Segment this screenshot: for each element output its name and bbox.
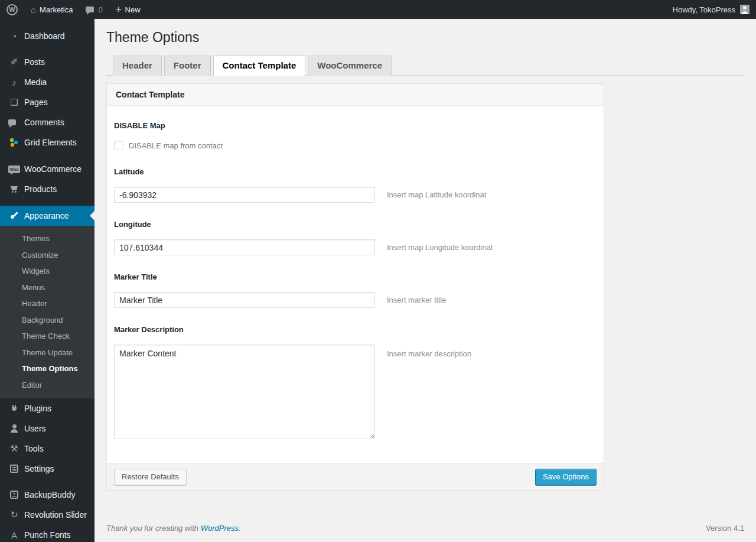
sidebar-item-plugins[interactable]: Plugins bbox=[0, 398, 94, 418]
sidebar-item-label: Dashboard bbox=[24, 31, 65, 41]
content-area: Theme Options Header Footer Contact Temp… bbox=[94, 19, 756, 542]
longitude-input[interactable] bbox=[114, 239, 375, 255]
sidebar-item-comments[interactable]: Comments bbox=[0, 112, 94, 132]
sidebar-item-grid-elements[interactable]: Grid Elements bbox=[0, 132, 94, 152]
submenu-item-theme-options[interactable]: Theme Options bbox=[0, 361, 94, 377]
submenu-item-customize[interactable]: Customize bbox=[0, 247, 94, 264]
sidebar-item-label: Comments bbox=[24, 118, 64, 127]
paintbrush-icon bbox=[8, 211, 20, 220]
sidebar-item-settings[interactable]: Settings bbox=[0, 459, 94, 479]
backup-icon bbox=[8, 491, 20, 499]
panel-body: DISABLE Map DISABLE map from contact Lat… bbox=[107, 106, 604, 463]
disable-map-checkbox[interactable] bbox=[114, 141, 123, 150]
wordpress-link[interactable]: WordPress bbox=[201, 524, 239, 533]
input-row: Insert marker title bbox=[114, 292, 597, 308]
field-label: Marker Description bbox=[114, 325, 597, 335]
version-label: Version 4.1 bbox=[706, 524, 744, 533]
refresh-icon: ↻ bbox=[8, 509, 20, 520]
sidebar-item-punch-fonts[interactable]: A Punch Fonts bbox=[0, 525, 94, 542]
field-label: DISABLE Map bbox=[114, 121, 597, 131]
tools-icon: ⚒ bbox=[8, 443, 20, 454]
thanks-text: Thank you for creating with bbox=[106, 524, 201, 533]
new-label: New bbox=[125, 5, 141, 14]
letter-a-icon: A bbox=[8, 530, 20, 540]
admin-bar-comments-link[interactable]: 0 bbox=[79, 0, 109, 19]
sidebar-item-tools[interactable]: ⚒ Tools bbox=[0, 439, 94, 459]
submenu-item-widgets[interactable]: Widgets bbox=[0, 263, 94, 280]
avatar bbox=[740, 5, 750, 14]
save-options-button[interactable]: Save Options bbox=[535, 469, 597, 485]
admin-bar-right: Howdy, TokoPress bbox=[666, 0, 756, 19]
latitude-input[interactable] bbox=[114, 187, 375, 203]
field-description: Insert marker title bbox=[387, 296, 446, 305]
submenu-item-theme-check[interactable]: Theme Check bbox=[0, 328, 94, 345]
field-label: Longitude bbox=[114, 220, 597, 229]
sidebar-item-dashboard[interactable]: ◔ Dashboard bbox=[0, 26, 94, 46]
submenu-item-editor[interactable]: Editor bbox=[0, 377, 94, 394]
wp-logo-menu[interactable]: W bbox=[0, 0, 24, 19]
field-disable-map: DISABLE Map DISABLE map from contact bbox=[114, 121, 597, 150]
grid-elements-icon bbox=[8, 138, 20, 147]
tab-footer[interactable]: Footer bbox=[164, 56, 211, 76]
input-row: Insert map Longitude koordinat bbox=[114, 239, 597, 255]
sidebar-item-revolution-slider[interactable]: ↻ Revolution Slider bbox=[0, 505, 94, 525]
admin-footer: Thank you for creating with WordPress. V… bbox=[106, 524, 744, 533]
sidebar-item-label: Media bbox=[24, 77, 47, 87]
input-row: Insert map Latitude koordinat bbox=[114, 187, 597, 203]
restore-defaults-button[interactable]: Restore Defaults bbox=[114, 469, 187, 485]
sidebar-item-label: Plugins bbox=[24, 404, 51, 413]
field-latitude: Latitude Insert map Latitude koordinat bbox=[114, 167, 597, 203]
sidebar-item-label: Users bbox=[24, 424, 46, 433]
marker-title-input[interactable] bbox=[114, 292, 375, 308]
field-marker-description: Marker Description Marker Content Insert… bbox=[114, 325, 597, 439]
tab-header[interactable]: Header bbox=[113, 56, 162, 76]
comments-icon bbox=[8, 119, 20, 125]
sidebar-item-appearance[interactable]: Appearance bbox=[0, 206, 94, 226]
submenu-item-header[interactable]: Header bbox=[0, 296, 94, 312]
settings-sliders-icon bbox=[8, 465, 20, 473]
field-label: Marker Title bbox=[114, 272, 597, 282]
site-name-label: Marketica bbox=[40, 5, 73, 14]
field-marker-title: Marker Title Insert marker title bbox=[114, 272, 597, 308]
sidebar-item-pages[interactable]: ❏ Pages bbox=[0, 92, 94, 112]
account-menu[interactable]: Howdy, TokoPress bbox=[666, 0, 756, 19]
sidebar-item-label: Posts bbox=[24, 57, 45, 67]
person-icon bbox=[8, 424, 20, 433]
sidebar-item-label: Tools bbox=[24, 444, 44, 453]
tab-bar: Header Footer Contact Template WooCommer… bbox=[106, 56, 744, 76]
admin-sidebar: ◔ Dashboard ✐ Posts ♪ Media ❏ Pages Comm… bbox=[0, 19, 94, 542]
menu-separator bbox=[0, 199, 94, 206]
sidebar-item-label: Punch Fonts bbox=[24, 530, 71, 540]
sidebar-item-posts[interactable]: ✐ Posts bbox=[0, 52, 94, 72]
menu-separator bbox=[0, 479, 94, 485]
menu-separator bbox=[0, 152, 94, 159]
submenu-item-menus[interactable]: Menus bbox=[0, 280, 94, 296]
field-label: Latitude bbox=[114, 167, 597, 177]
comment-bubble-icon bbox=[86, 7, 94, 12]
thanks-period: . bbox=[239, 524, 241, 533]
submenu-item-themes[interactable]: Themes bbox=[0, 231, 94, 247]
home-icon: ⌂ bbox=[31, 5, 36, 14]
sidebar-item-backupbuddy[interactable]: BackupBuddy bbox=[0, 485, 94, 505]
submenu-item-theme-update[interactable]: Theme Update bbox=[0, 345, 94, 361]
contact-template-panel: Contact Template DISABLE Map DISABLE map… bbox=[106, 83, 604, 491]
marker-description-textarea[interactable]: Marker Content bbox=[114, 345, 375, 439]
pages-icon: ❏ bbox=[8, 97, 20, 108]
sidebar-item-users[interactable]: Users bbox=[0, 418, 94, 439]
sidebar-item-label: Pages bbox=[24, 98, 48, 107]
panel-header: Contact Template bbox=[107, 84, 604, 106]
cart-icon bbox=[8, 184, 20, 194]
submenu-item-background[interactable]: Background bbox=[0, 312, 94, 329]
tab-woocommerce[interactable]: WooCommerce bbox=[308, 56, 392, 76]
sidebar-item-woocommerce[interactable]: Woo WooCommerce bbox=[0, 159, 94, 179]
sidebar-item-products[interactable]: Products bbox=[0, 179, 94, 199]
site-name-link[interactable]: ⌂ Marketica bbox=[24, 0, 79, 19]
sidebar-item-media[interactable]: ♪ Media bbox=[0, 72, 94, 92]
page-title: Theme Options bbox=[106, 19, 744, 46]
plus-icon: + bbox=[116, 4, 122, 14]
field-description: Insert marker description bbox=[387, 349, 471, 359]
new-content-link[interactable]: + New bbox=[109, 0, 147, 19]
wordpress-logo-icon: W bbox=[6, 4, 18, 15]
tab-contact-template[interactable]: Contact Template bbox=[213, 56, 306, 76]
checkbox-label: DISABLE map from contact bbox=[129, 141, 223, 150]
